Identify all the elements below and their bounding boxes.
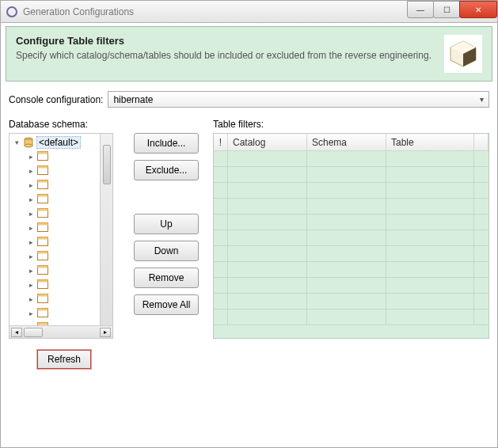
- page-subtitle: Specify which catalog/schema/tables shou…: [16, 50, 438, 63]
- expand-arrow-icon[interactable]: ▸: [27, 295, 35, 303]
- window-controls: — ☐ ✕: [408, 1, 497, 22]
- schema-root-label: <default>: [36, 136, 81, 149]
- table-icon: [37, 308, 48, 319]
- table-filters-label: Table filters:: [213, 119, 489, 130]
- table-row[interactable]: [214, 183, 488, 199]
- svg-rect-18: [38, 223, 48, 226]
- console-config-row: Console configuration: hibernate: [9, 91, 489, 108]
- schema-table-node[interactable]: ▸: [10, 264, 100, 278]
- column-header-catalog[interactable]: Catalog: [228, 134, 307, 150]
- horizontal-scrollbar[interactable]: ◂ ▸: [10, 325, 112, 338]
- schema-table-node[interactable]: ▸: [10, 207, 100, 221]
- schema-table-node[interactable]: ▸: [10, 249, 100, 264]
- console-config-value: hibernate: [113, 94, 153, 105]
- database-icon: [23, 137, 34, 148]
- table-icon: [37, 279, 48, 290]
- page-title: Configure Table filters: [16, 35, 438, 47]
- table-icon: [37, 194, 48, 205]
- schema-table-node[interactable]: ▸: [10, 278, 100, 292]
- svg-rect-12: [38, 180, 48, 183]
- table-row[interactable]: [214, 294, 488, 309]
- remove-button[interactable]: Remove: [134, 268, 199, 288]
- table-row[interactable]: [214, 262, 488, 278]
- table-row[interactable]: [214, 230, 488, 246]
- scroll-thumb[interactable]: [24, 328, 43, 337]
- schema-table-node[interactable]: ▸: [10, 192, 100, 207]
- expand-arrow-icon[interactable]: ▸: [27, 181, 35, 189]
- svg-rect-22: [38, 252, 48, 254]
- svg-rect-16: [38, 209, 48, 211]
- table-filters-header: ! Catalog Schema Table: [214, 134, 488, 151]
- eclipse-icon: [6, 6, 18, 18]
- window-title: Generation Configurations: [23, 6, 408, 17]
- title-bar: Generation Configurations — ☐ ✕: [1, 1, 497, 23]
- column-header-table[interactable]: Table: [386, 134, 474, 150]
- refresh-button[interactable]: Refresh: [37, 350, 91, 369]
- column-header-excl[interactable]: !: [214, 134, 228, 150]
- table-icon: [37, 208, 48, 219]
- schema-tree[interactable]: ▾ <default> ▸ ▸: [9, 133, 113, 339]
- expand-arrow-icon[interactable]: ▸: [27, 281, 35, 289]
- expand-arrow-icon[interactable]: ▸: [27, 252, 35, 260]
- table-icon: [37, 265, 48, 276]
- schema-table-node[interactable]: ▸: [10, 178, 100, 192]
- scroll-thumb[interactable]: [103, 145, 111, 184]
- table-row[interactable]: [214, 151, 488, 167]
- column-header-schema[interactable]: Schema: [307, 134, 386, 150]
- minimize-button[interactable]: —: [407, 1, 434, 18]
- schema-table-node[interactable]: ▸: [10, 150, 100, 164]
- close-button[interactable]: ✕: [459, 1, 497, 18]
- table-icon: [37, 294, 48, 305]
- table-row[interactable]: [214, 246, 488, 262]
- expand-arrow-icon[interactable]: ▸: [27, 224, 35, 232]
- schema-table-node[interactable]: ▸: [10, 306, 100, 321]
- include-button[interactable]: Include...: [134, 133, 199, 154]
- vertical-scrollbar[interactable]: [100, 134, 112, 325]
- console-config-label: Console configuration:: [9, 94, 103, 105]
- table-icon: [37, 180, 48, 191]
- hibernate-logo-icon: [444, 35, 482, 73]
- table-row[interactable]: [214, 278, 488, 294]
- svg-rect-26: [38, 280, 48, 283]
- maximize-button[interactable]: ☐: [433, 1, 460, 18]
- expand-arrow-icon[interactable]: ▸: [27, 267, 35, 275]
- down-button[interactable]: Down: [134, 241, 199, 261]
- up-button[interactable]: Up: [134, 214, 199, 234]
- exclude-button[interactable]: Exclude...: [134, 160, 199, 180]
- table-icon: [37, 251, 48, 262]
- collapse-arrow-icon[interactable]: ▾: [13, 139, 21, 146]
- column-header-blank: [474, 134, 488, 150]
- table-filters-body: [214, 151, 488, 338]
- svg-rect-20: [38, 237, 48, 240]
- expand-arrow-icon[interactable]: ▸: [27, 238, 35, 246]
- svg-point-0: [7, 7, 17, 17]
- expand-arrow-icon[interactable]: ▸: [27, 153, 35, 161]
- remove-all-button[interactable]: Remove All: [134, 294, 199, 315]
- svg-rect-10: [38, 166, 48, 169]
- table-row[interactable]: [214, 215, 488, 230]
- svg-rect-24: [38, 266, 48, 268]
- console-config-select[interactable]: hibernate: [108, 91, 489, 108]
- table-row[interactable]: [214, 199, 488, 215]
- scroll-right-button[interactable]: ▸: [100, 328, 111, 337]
- schema-table-node[interactable]: ▸: [10, 164, 100, 178]
- scroll-left-button[interactable]: ◂: [11, 328, 22, 337]
- table-row[interactable]: [214, 167, 488, 183]
- page-header: Configure Table filters Specify which ca…: [6, 26, 492, 82]
- schema-root-node[interactable]: ▾ <default>: [10, 135, 100, 150]
- table-row[interactable]: [214, 309, 488, 325]
- expand-arrow-icon[interactable]: ▸: [27, 196, 35, 203]
- schema-table-node[interactable]: ▸: [10, 235, 100, 249]
- expand-arrow-icon[interactable]: ▸: [27, 167, 35, 175]
- table-icon: [37, 237, 48, 248]
- svg-rect-28: [38, 294, 48, 297]
- table-filters-grid[interactable]: ! Catalog Schema Table: [213, 133, 489, 339]
- table-icon: [37, 165, 48, 177]
- svg-rect-14: [38, 195, 48, 197]
- schema-table-node[interactable]: ▸: [10, 292, 100, 306]
- expand-arrow-icon[interactable]: ▸: [27, 309, 35, 317]
- schema-table-node[interactable]: ▸: [10, 221, 100, 235]
- expand-arrow-icon[interactable]: ▸: [27, 210, 35, 218]
- svg-rect-8: [38, 152, 48, 154]
- svg-point-6: [25, 144, 32, 147]
